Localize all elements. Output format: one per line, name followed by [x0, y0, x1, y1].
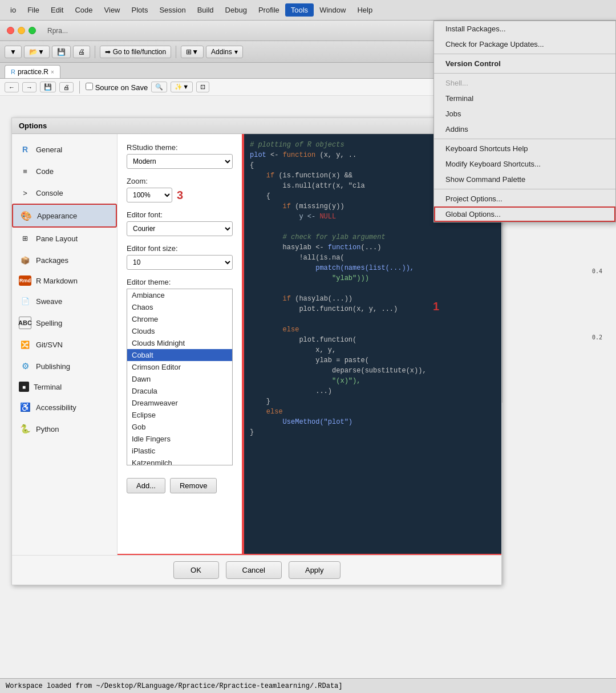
menu-window[interactable]: Window [314, 3, 351, 17]
window-title: Rpra... [47, 27, 68, 35]
code-tools-btn[interactable]: ⊡ [196, 82, 209, 92]
theme-chrome[interactable]: Chrome [127, 313, 232, 325]
close-button[interactable] [7, 27, 14, 34]
sidebar-item-appearance[interactable]: 🎨 Appearance [12, 204, 117, 228]
rstudio-theme-select[interactable]: Modern [127, 154, 233, 169]
theme-dreamweaver[interactable]: Dreamweaver [127, 397, 232, 409]
zoom-select[interactable]: 100% [127, 188, 172, 202]
menu-file[interactable]: File [22, 3, 45, 17]
dropdown-install-packages[interactable]: Install Packages... [434, 21, 615, 37]
code-icon: ≡ [19, 165, 31, 177]
print-source-btn[interactable]: 🖨 [59, 82, 74, 92]
options-dialog: Options R General ≡ Code > Console 🎨 [11, 117, 502, 585]
theme-clouds[interactable]: Clouds [127, 325, 232, 337]
rstudio-theme-group: RStudio theme: Modern [127, 143, 233, 169]
dropdown-jobs[interactable]: Jobs [434, 106, 615, 121]
tab-close-icon[interactable]: × [51, 69, 54, 75]
addins-arrow-icon: ▾ [234, 48, 238, 56]
code-line-18 [250, 314, 496, 325]
sidebar-item-pane-layout[interactable]: ⊞ Pane Layout [12, 228, 117, 249]
minimize-button[interactable] [18, 27, 25, 34]
menu-tools[interactable]: Tools [285, 3, 314, 17]
wand-btn[interactable]: ✨▼ [171, 82, 193, 92]
redo-btn[interactable]: → [22, 82, 37, 92]
menu-profile[interactable]: Profile [253, 3, 285, 17]
apply-button[interactable]: Apply [289, 561, 341, 579]
dropdown-modify-shortcuts[interactable]: Modify Keyboard Shortcuts... [434, 156, 615, 172]
maximize-button[interactable] [29, 27, 36, 34]
addins-btn[interactable]: Addins ▾ [206, 46, 243, 58]
go-to-file-btn[interactable]: ➡ Go to file/function [100, 46, 171, 58]
theme-clouds-midnight[interactable]: Clouds Midnight [127, 337, 232, 349]
theme-dawn[interactable]: Dawn [127, 373, 232, 385]
tab-label: practice.R [18, 68, 48, 76]
dropdown-check-updates[interactable]: Check for Package Updates... [434, 37, 615, 52]
theme-chaos[interactable]: Chaos [127, 301, 232, 313]
axis-0.2: 0.2 [592, 334, 602, 341]
theme-ambiance[interactable]: Ambiance [127, 289, 232, 301]
theme-katzenmilch[interactable]: Katzenmilch [127, 457, 232, 465]
menu-session[interactable]: Session [153, 3, 191, 17]
sidebar-item-packages[interactable]: 📦 Packages [12, 249, 117, 271]
dropdown-version-control[interactable]: Version Control [434, 56, 615, 71]
general-icon: R [19, 143, 31, 156]
sidebar-item-general[interactable]: R General [12, 139, 117, 160]
save-source-btn[interactable]: 💾 [40, 82, 56, 92]
sep3 [79, 81, 80, 94]
sidebar-item-accessibility[interactable]: ♿ Accessibility [12, 396, 117, 418]
separator-1 [95, 46, 95, 58]
dropdown-global-options[interactable]: Global Options... [434, 206, 615, 222]
sidebar-item-rmarkdown[interactable]: Rmd R Markdown [12, 271, 117, 290]
editor-theme-label: Editor theme: [127, 278, 233, 286]
toolbar-open-btn[interactable]: 📂▼ [24, 46, 50, 58]
add-theme-button[interactable]: Add... [127, 478, 165, 493]
menu-view[interactable]: View [99, 3, 126, 17]
toolbar-save-btn[interactable]: 💾 [52, 46, 71, 58]
theme-cobalt[interactable]: Cobalt [127, 349, 232, 361]
theme-iplastic[interactable]: iPlastic [127, 445, 232, 457]
menu-code[interactable]: Code [69, 3, 98, 17]
menu-debug[interactable]: Debug [220, 3, 253, 17]
sidebar-item-code[interactable]: ≡ Code [12, 160, 117, 182]
grid-btn[interactable]: ⊞▼ [181, 46, 204, 58]
dropdown-command-palette[interactable]: Show Command Palette [434, 172, 615, 187]
cancel-button[interactable]: Cancel [226, 561, 282, 579]
search-btn[interactable]: 🔍 [151, 82, 167, 92]
remove-theme-button[interactable]: Remove [170, 478, 217, 493]
dropdown-terminal[interactable]: Terminal [434, 91, 615, 106]
toolbar-new-btn[interactable]: ▼ [5, 46, 22, 58]
theme-gob[interactable]: Gob [127, 421, 232, 433]
gitsvn-icon: 🔀 [19, 338, 31, 351]
sidebar-item-spelling[interactable]: ABC Spelling [12, 312, 117, 334]
theme-crimson-editor[interactable]: Crimson Editor [127, 361, 232, 373]
ok-button[interactable]: OK [173, 561, 219, 579]
editor-font-size-select[interactable]: 10 [127, 255, 233, 270]
dropdown-keyboard-shortcuts[interactable]: Keyboard Shortcuts Help [434, 141, 615, 156]
menu-help[interactable]: Help [351, 3, 378, 17]
undo-btn[interactable]: ← [5, 82, 19, 92]
code-line-11: hasylab <- function(...) [250, 242, 496, 253]
menu-build[interactable]: Build [192, 3, 220, 17]
axis-0.4: 0.4 [592, 268, 602, 274]
tab-practice-r[interactable]: R practice.R × [5, 65, 60, 78]
menu-io[interactable]: io [5, 3, 22, 17]
sidebar-item-terminal[interactable]: ■ Terminal [12, 377, 117, 396]
sidebar-item-sweave[interactable]: 📄 Sweave [12, 290, 117, 312]
menu-edit[interactable]: Edit [45, 3, 69, 17]
sidebar-item-publishing[interactable]: ⚙ Publishing [12, 355, 117, 377]
dialog-buttons: OK Cancel Apply [12, 555, 501, 585]
dropdown-addins[interactable]: Addins [434, 121, 615, 137]
theme-eclipse[interactable]: Eclipse [127, 409, 232, 421]
editor-font-select[interactable]: Courier [127, 221, 233, 236]
code-line-28: UseMethod("plot") [250, 417, 496, 427]
source-on-save-checkbox[interactable] [86, 83, 93, 90]
theme-dracula[interactable]: Dracula [127, 385, 232, 397]
theme-idle-fingers[interactable]: Idle Fingers [127, 433, 232, 445]
sidebar-item-python[interactable]: 🐍 Python [12, 418, 117, 440]
sidebar-item-console[interactable]: > Console [12, 182, 117, 204]
menu-plots[interactable]: Plots [126, 3, 154, 17]
sidebar-item-gitsvn[interactable]: 🔀 Git/SVN [12, 334, 117, 355]
dropdown-project-options[interactable]: Project Options... [434, 191, 615, 206]
code-line-15 [250, 283, 496, 294]
toolbar-print-btn[interactable]: 🖨 [73, 46, 90, 58]
